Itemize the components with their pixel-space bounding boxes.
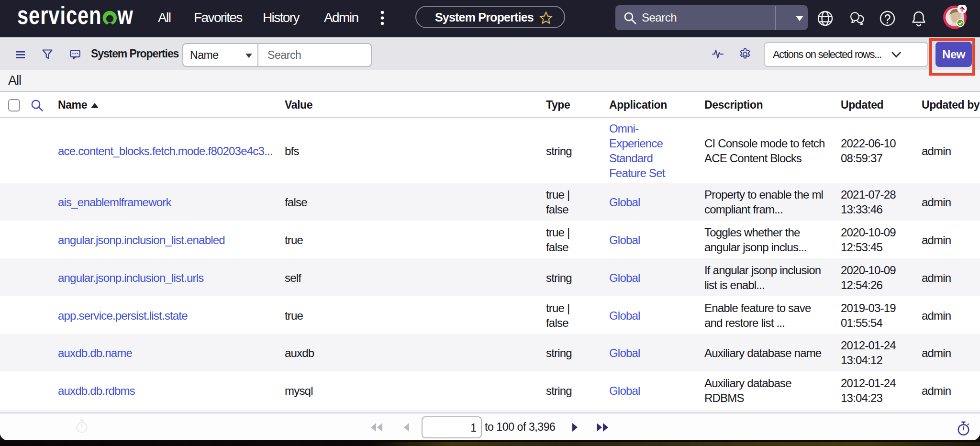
svg-text:servicen: servicen bbox=[17, 1, 101, 30]
svg-text:w: w bbox=[117, 1, 134, 30]
